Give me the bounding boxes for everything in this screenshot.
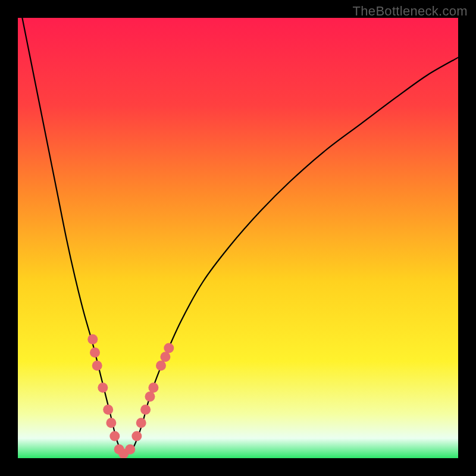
curve-marker bbox=[106, 418, 116, 428]
curve-marker bbox=[145, 392, 155, 402]
curve-marker bbox=[87, 334, 98, 345]
plot-area bbox=[18, 18, 458, 458]
watermark-text: TheBottleneck.com bbox=[353, 4, 468, 19]
chart-frame: TheBottleneck.com bbox=[0, 0, 476, 476]
curve-marker bbox=[148, 383, 158, 393]
curve-marker bbox=[92, 361, 102, 371]
bottleneck-curve bbox=[18, 18, 458, 458]
curve-marker bbox=[156, 361, 166, 371]
curve-marker bbox=[131, 431, 142, 441]
curve-marker bbox=[109, 431, 120, 441]
curve-marker bbox=[136, 418, 146, 428]
curve-marker bbox=[125, 444, 135, 455]
curve-marker bbox=[164, 343, 174, 353]
curve-marker bbox=[103, 405, 113, 415]
curve-marker bbox=[98, 383, 108, 393]
curve-marker bbox=[140, 405, 151, 415]
curve-marker bbox=[90, 347, 100, 358]
curve-marker bbox=[160, 352, 170, 362]
